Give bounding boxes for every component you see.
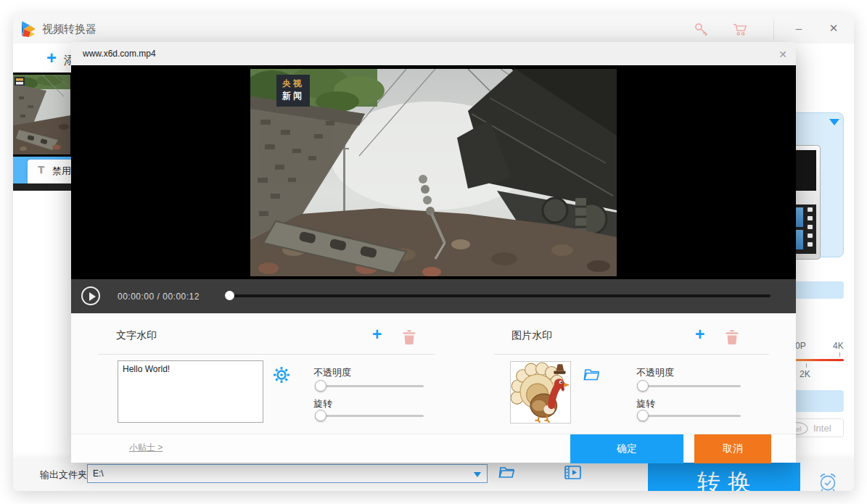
titlebar-separator bbox=[773, 19, 774, 39]
minimize-button[interactable]: – bbox=[788, 17, 810, 39]
text-watermark-divider bbox=[98, 354, 435, 355]
convert-button[interactable]: 转换 bbox=[648, 463, 800, 491]
video-preview: 央视 新闻 bbox=[250, 69, 617, 276]
badge-line2: 新闻 bbox=[276, 90, 310, 102]
image-opacity-knob[interactable] bbox=[637, 380, 649, 392]
output-folder-value: E:\ bbox=[93, 468, 104, 479]
image-rotate-label: 旋转 bbox=[636, 397, 655, 410]
text-rotate-track[interactable] bbox=[315, 415, 424, 417]
text-rotate-knob[interactable] bbox=[315, 410, 326, 421]
image-opacity-label: 不透明度 bbox=[636, 366, 674, 379]
intel-label: Intel bbox=[813, 423, 831, 434]
seek-track[interactable] bbox=[225, 294, 771, 297]
tips-link[interactable]: 小贴士 > bbox=[129, 442, 163, 454]
time-total: 00:00:12 bbox=[163, 292, 200, 302]
image-watermark-delete-icon[interactable] bbox=[726, 330, 739, 344]
resolution-label-1080p-partial: 0P bbox=[795, 341, 806, 351]
ok-button[interactable]: 确定 bbox=[570, 434, 683, 463]
cancel-button[interactable]: 取消 bbox=[694, 434, 771, 463]
image-opacity-track[interactable] bbox=[637, 385, 741, 387]
play-button[interactable] bbox=[81, 286, 100, 305]
tab-disable-label: 禁用 bbox=[52, 165, 71, 178]
text-opacity-label: 不透明度 bbox=[313, 366, 351, 379]
output-folder-combobox[interactable]: E:\ bbox=[87, 464, 488, 483]
add-file-plus-icon[interactable]: + bbox=[46, 48, 57, 68]
cctv-news-badge: 央视 新闻 bbox=[276, 75, 310, 107]
watermark-dialog: www.x6d.com.mp4 ✕ bbox=[71, 42, 796, 463]
app-window: 视频转换器 – ✕ + 添 bbox=[13, 13, 854, 491]
app-title: 视频转换器 bbox=[42, 22, 96, 36]
image-watermark-divider bbox=[493, 354, 769, 355]
image-rotate-track[interactable] bbox=[637, 415, 741, 417]
image-watermark-preview[interactable] bbox=[510, 361, 571, 424]
time-separator: / bbox=[157, 292, 160, 302]
resolution-tick-2k bbox=[806, 363, 807, 368]
text-opacity-slider[interactable] bbox=[315, 380, 424, 392]
text-rotate-slider[interactable] bbox=[315, 410, 424, 421]
register-key-icon[interactable] bbox=[693, 22, 710, 38]
combo-dropdown-arrow-icon[interactable] bbox=[474, 472, 481, 477]
dialog-footer: 小贴士 > 确定 取消 bbox=[71, 434, 796, 463]
image-watermark-title: 图片水印 bbox=[511, 329, 552, 342]
dialog-close-button[interactable]: ✕ bbox=[776, 47, 790, 62]
image-rotate-knob[interactable] bbox=[637, 410, 649, 421]
output-folder-label: 输出文件夹: bbox=[40, 468, 90, 482]
image-opacity-slider[interactable] bbox=[637, 380, 741, 392]
text-watermark-delete-icon[interactable] bbox=[403, 330, 416, 344]
app-logo-icon bbox=[19, 20, 38, 38]
dialog-header: www.x6d.com.mp4 ✕ bbox=[71, 42, 796, 65]
titlebar: 视频转换器 – ✕ bbox=[13, 13, 854, 44]
browse-image-folder-icon[interactable] bbox=[583, 367, 601, 383]
image-watermark-add-button[interactable]: + bbox=[695, 325, 704, 344]
alarm-clock-icon[interactable] bbox=[817, 472, 839, 491]
turkey-image bbox=[511, 362, 570, 423]
dialog-title: www.x6d.com.mp4 bbox=[83, 49, 156, 59]
time-display: 00:00:00 / 00:00:12 bbox=[118, 292, 200, 302]
time-current: 00:00:00 bbox=[118, 292, 155, 302]
seek-slider[interactable] bbox=[225, 291, 771, 301]
text-tool-icon: T bbox=[38, 163, 44, 175]
merge-clip-icon[interactable] bbox=[563, 463, 583, 482]
resolution-label-2k: 2K bbox=[800, 369, 810, 379]
video-thumbnail[interactable] bbox=[13, 75, 70, 154]
video-stage: 央视 新闻 bbox=[71, 65, 796, 279]
close-button[interactable]: ✕ bbox=[823, 17, 845, 39]
text-watermark-title: 文字水印 bbox=[116, 329, 157, 342]
text-opacity-track[interactable] bbox=[315, 385, 424, 387]
text-opacity-knob[interactable] bbox=[315, 380, 326, 392]
text-watermark-add-button[interactable]: + bbox=[372, 325, 382, 344]
open-folder-icon[interactable] bbox=[498, 463, 517, 481]
text-watermark-input[interactable]: Hello World! bbox=[118, 360, 263, 423]
text-rotate-label: 旋转 bbox=[313, 397, 332, 410]
play-icon bbox=[89, 292, 96, 301]
resolution-tick-4k bbox=[839, 352, 840, 357]
resolution-label-4k: 4K bbox=[833, 341, 844, 351]
seek-knob[interactable] bbox=[225, 291, 234, 300]
format-dropdown-arrow-icon[interactable] bbox=[829, 119, 839, 125]
text-settings-gear-icon[interactable] bbox=[273, 366, 290, 384]
player-bar: 00:00:00 / 00:00:12 bbox=[71, 279, 796, 313]
badge-line1: 央视 bbox=[276, 78, 310, 90]
cart-icon[interactable] bbox=[731, 22, 749, 38]
image-rotate-slider[interactable] bbox=[637, 410, 741, 421]
